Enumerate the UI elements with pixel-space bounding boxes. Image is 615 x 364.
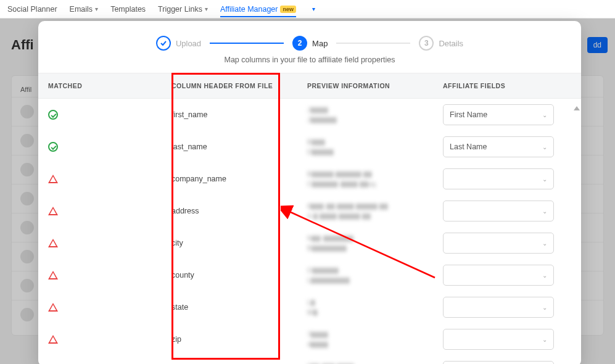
affiliate-field-select[interactable]: Phone⌄ <box>443 361 554 364</box>
affiliate-field-select[interactable]: Last Name⌄ <box>443 136 554 157</box>
warning-triangle-icon <box>48 175 58 183</box>
chevron-down-icon: ⌄ <box>542 112 547 118</box>
table-row: cityN▮▮ ▮▮▮▮▮▮▮B▮▮▮▮▮▮▮▮⌄ <box>38 227 581 259</box>
preview-value: J▮▮▮▮J▮▮▮▮▮▮ <box>297 101 433 128</box>
nav-affiliate-manager[interactable]: Affiliate Manager new <box>220 5 296 17</box>
nav-trigger-links[interactable]: Trigger Links ▾ <box>158 5 208 14</box>
table-row: phone5▮▮ ▮▮▮ ▮▮▮▮8▮▮ ▮▮▮ ▮▮▮▮Phone⌄ <box>38 355 581 364</box>
table-row: company_nameB▮▮▮▮▮ ▮▮▮▮▮▮ ▮▮C▮▮▮▮▮▮ ▮▮▮▮… <box>38 163 581 195</box>
new-badge: new <box>280 6 296 13</box>
preview-value: O▮▮▮▮▮▮L▮▮▮▮▮▮▮▮▮ <box>297 262 433 289</box>
stepper-subtitle: Map columns in your file to affiliate fi… <box>38 56 581 73</box>
column-header-value: last_name <box>162 139 297 155</box>
table-row: zip7▮▮▮▮4▮▮▮▮⌄ <box>38 323 581 355</box>
preview-value: L▮M▮ <box>297 294 433 321</box>
preview-value: B▮▮▮D▮▮▮▮▮ <box>297 133 433 160</box>
checkmark-icon <box>156 36 171 51</box>
col-preview: PREVIEW INFORMATION <box>297 73 433 98</box>
chevron-down-icon: ⌄ <box>542 176 547 183</box>
chevron-down-icon[interactable]: ▾ <box>312 6 315 12</box>
chevron-down-icon: ⌄ <box>542 272 547 279</box>
chevron-down-icon: ⌄ <box>542 144 547 151</box>
step-connector <box>210 43 284 44</box>
step-map[interactable]: 2 Map <box>292 36 328 51</box>
affiliate-field-select[interactable]: ⌄ <box>443 233 554 254</box>
table-row: last_nameB▮▮▮D▮▮▮▮▮Last Name⌄ <box>38 131 581 163</box>
table-row: address6▮▮▮ ▮▮ ▮▮▮▮ ▮▮▮▮▮ ▮▮4 ▮ ▮▮▮▮ ▮▮▮… <box>38 195 581 227</box>
chevron-down-icon: ⌄ <box>542 304 547 311</box>
select-value: Last Name <box>450 143 487 151</box>
chevron-down-icon: ▾ <box>95 6 98 12</box>
step-details[interactable]: 3 Details <box>419 36 463 51</box>
col-header-from-file: COLUMN HEADER FROM FILE <box>162 73 297 98</box>
warning-triangle-icon <box>48 303 58 312</box>
affiliate-field-select[interactable]: First Name⌄ <box>443 104 554 125</box>
check-circle-icon <box>48 110 58 120</box>
preview-value: B▮▮▮▮▮ ▮▮▮▮▮▮ ▮▮C▮▮▮▮▮▮ ▮▮▮▮ ▮▮sq <box>297 165 433 192</box>
affiliate-field-select[interactable]: ⌄ <box>443 265 554 286</box>
col-matched: MATCHED <box>38 73 162 98</box>
column-header-value: company_name <box>162 171 297 187</box>
column-header-value: zip <box>162 331 297 347</box>
affiliate-field-select[interactable]: ⌄ <box>443 201 554 221</box>
chevron-down-icon: ⌄ <box>542 336 547 343</box>
affiliate-field-select[interactable]: ⌄ <box>443 297 554 318</box>
column-header-value: first_name <box>162 107 297 123</box>
preview-value: 7▮▮▮▮4▮▮▮▮ <box>297 326 433 353</box>
table-header-row: MATCHED COLUMN HEADER FROM FILE PREVIEW … <box>38 73 581 99</box>
affiliate-field-select[interactable]: ⌄ <box>443 168 554 189</box>
warning-triangle-icon <box>48 335 58 344</box>
preview-value: N▮▮ ▮▮▮▮▮▮▮B▮▮▮▮▮▮▮▮ <box>297 230 433 257</box>
step-connector <box>336 43 410 44</box>
col-affiliate-fields: AFFILIATE FIELDS <box>433 73 575 98</box>
column-header-value: city <box>162 235 297 251</box>
nav-social-planner[interactable]: Social Planner <box>7 5 57 14</box>
warning-triangle-icon <box>48 271 58 279</box>
step-upload[interactable]: Upload <box>156 36 201 51</box>
column-header-value: address <box>162 203 297 219</box>
column-header-value: county <box>162 267 297 283</box>
mapping-table: MATCHED COLUMN HEADER FROM FILE PREVIEW … <box>38 73 581 364</box>
top-nav: Social Planner Emails ▾ Templates Trigge… <box>0 0 615 19</box>
check-circle-icon <box>48 142 58 152</box>
nav-emails[interactable]: Emails ▾ <box>70 5 99 14</box>
wizard-stepper: Upload 2 Map 3 Details <box>38 21 581 56</box>
affiliate-field-select[interactable]: ⌄ <box>443 329 554 350</box>
column-header-value: state <box>162 299 297 315</box>
table-row: countyO▮▮▮▮▮▮L▮▮▮▮▮▮▮▮▮⌄ <box>38 259 581 291</box>
preview-value: 6▮▮▮ ▮▮ ▮▮▮▮ ▮▮▮▮▮ ▮▮4 ▮ ▮▮▮▮ ▮▮▮▮▮ ▮▮ <box>297 197 433 225</box>
warning-triangle-icon <box>48 239 58 247</box>
chevron-down-icon: ▾ <box>205 6 208 12</box>
table-row: stateL▮M▮⌄ <box>38 291 581 323</box>
select-value: First Name <box>450 110 487 119</box>
nav-templates[interactable]: Templates <box>110 5 146 14</box>
preview-value: 5▮▮ ▮▮▮ ▮▮▮▮8▮▮ ▮▮▮ ▮▮▮▮ <box>297 358 433 364</box>
chevron-down-icon: ⌄ <box>542 240 547 247</box>
warning-triangle-icon <box>48 207 58 215</box>
scroll-up-icon[interactable] <box>574 106 580 110</box>
import-mapping-modal: Upload 2 Map 3 Details Map columns in yo… <box>38 21 581 364</box>
chevron-down-icon: ⌄ <box>542 208 547 215</box>
table-row: first_nameJ▮▮▮▮J▮▮▮▮▮▮First Name⌄ <box>38 99 581 131</box>
